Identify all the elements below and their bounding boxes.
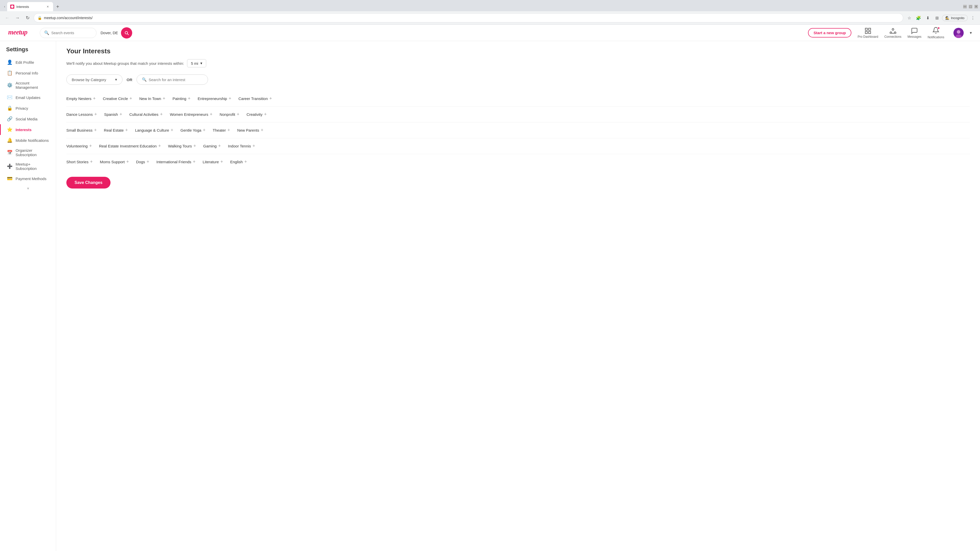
sidebar-item-mobile-notifications[interactable]: 🔔 Mobile Notifications — [0, 135, 56, 146]
messages-nav[interactable]: Messages — [907, 27, 921, 38]
new-tab-button[interactable]: + — [54, 3, 61, 10]
interest-tag-indoor-tennis[interactable]: Indoor Tennis + — [228, 141, 255, 151]
svg-text:meetup: meetup — [8, 28, 27, 36]
save-changes-button[interactable]: Save Changes — [66, 177, 110, 189]
back-button[interactable]: ← — [3, 14, 11, 22]
interest-tag-theater[interactable]: Theater + — [213, 125, 230, 135]
notify-section: We'll notify you about Meetup groups tha… — [66, 59, 970, 67]
add-interest-icon: + — [126, 159, 129, 165]
interest-tag-cultural-activities[interactable]: Cultural Activities + — [129, 110, 163, 119]
user-avatar[interactable] — [953, 28, 964, 38]
address-bar[interactable]: 🔒 — [34, 13, 903, 22]
sidebar-item-email-updates[interactable]: ✉️ Email Updates — [0, 92, 56, 103]
sidebar-item-label: Payment Methods — [16, 176, 46, 181]
sidebar-item-social-media[interactable]: 🔗 Social Media — [0, 114, 56, 124]
interest-tag-nonprofit[interactable]: Nonprofit + — [220, 110, 239, 119]
active-tab[interactable]: Interests × — [7, 2, 53, 11]
header-search-bar[interactable]: 🔍 — [40, 28, 97, 38]
interest-label: Moms Support — [100, 160, 125, 164]
interest-label: Walking Tours — [168, 144, 192, 148]
interest-tag-dance-lessons[interactable]: Dance Lessons + — [66, 110, 97, 119]
interest-label: New Parents — [237, 128, 259, 132]
notifications-nav[interactable]: Notifications — [928, 27, 944, 39]
search-interest-bar[interactable]: 🔍 — [137, 75, 208, 85]
sidebar-scroll-down[interactable]: ▾ — [0, 184, 56, 193]
interest-label: Indoor Tennis — [228, 144, 251, 148]
interest-tag-dogs[interactable]: Dogs + — [136, 157, 149, 167]
add-interest-icon: + — [93, 96, 96, 101]
svg-rect-2 — [865, 28, 867, 30]
interest-tag-gentle-yoga[interactable]: Gentle Yoga + — [180, 125, 205, 135]
sidebar-item-payment-methods[interactable]: 💳 Payment Methods — [0, 173, 56, 184]
email-updates-icon: ✉️ — [7, 95, 13, 100]
profile-button[interactable]: ⊞ — [933, 14, 941, 22]
sidebar-item-organizer-subscription[interactable]: 📅 Organizer Subscription — [0, 146, 56, 159]
tab-close-button[interactable]: × — [45, 4, 50, 9]
interest-tag-volunteering[interactable]: Volunteering + — [66, 141, 92, 151]
sidebar-item-interests[interactable]: ⭐ Interests — [0, 124, 56, 135]
sidebar-item-label: Personal Info — [16, 71, 38, 75]
sidebar-item-edit-profile[interactable]: 👤 Edit Profile — [0, 57, 56, 68]
avatar-chevron[interactable]: ▾ — [970, 30, 972, 35]
meetup-logo[interactable]: meetup — [8, 27, 34, 38]
sidebar-item-privacy[interactable]: 🔒 Privacy — [0, 103, 56, 114]
interest-tag-career-transition[interactable]: Career Transition + — [239, 94, 272, 103]
interest-tag-international-friends[interactable]: International Friends + — [156, 157, 196, 167]
interest-tag-creativity[interactable]: Creativity + — [247, 110, 267, 119]
interest-tag-moms-support[interactable]: Moms Support + — [100, 157, 129, 167]
search-interest-input[interactable] — [149, 78, 197, 82]
interest-label: Language & Culture — [135, 128, 169, 132]
interest-tag-new-in-town[interactable]: New In Town + — [139, 94, 165, 103]
forward-button[interactable]: → — [13, 14, 21, 22]
interest-label: Career Transition — [239, 97, 268, 101]
interest-tag-short-stories[interactable]: Short Stories + — [66, 157, 93, 167]
menu-button[interactable]: ⋮ — [969, 14, 977, 22]
interest-label: Short Stories — [66, 160, 89, 164]
interest-tag-women-entrepreneurs[interactable]: Women Entrepreneurs + — [170, 110, 212, 119]
interest-tag-walking-tours[interactable]: Walking Tours + — [168, 141, 196, 151]
interest-tag-painting[interactable]: Painting + — [172, 94, 191, 103]
interest-tag-literature[interactable]: Literature + — [203, 157, 223, 167]
bookmark-button[interactable]: ☆ — [905, 14, 913, 22]
svg-point-0 — [11, 5, 14, 8]
minimize-button[interactable]: ─ — [963, 5, 967, 8]
interest-tag-real-estate-investment[interactable]: Real Estate Investment Education + — [99, 141, 161, 151]
connections-nav[interactable]: Connections — [884, 27, 901, 38]
search-input[interactable] — [51, 31, 92, 35]
pro-dashboard-icon — [864, 27, 872, 35]
extensions-button[interactable]: 🧩 — [915, 14, 923, 22]
interest-tag-small-business[interactable]: Small Business + — [66, 125, 97, 135]
interest-tag-new-parents[interactable]: New Parents + — [237, 125, 263, 135]
sidebar-item-meetup-plus[interactable]: ➕ Meetup+ Subscription — [0, 159, 56, 173]
pro-dashboard-nav[interactable]: Pro Dashboard — [858, 27, 878, 38]
tab-scroll-left[interactable]: ‹ — [2, 3, 7, 10]
distance-dropdown[interactable]: 5 mi ▾ — [187, 59, 206, 67]
refresh-button[interactable]: ↻ — [24, 14, 32, 22]
maximize-button[interactable]: □ — [969, 5, 972, 8]
search-submit-button[interactable] — [121, 27, 132, 38]
close-button[interactable]: × — [974, 5, 978, 8]
sidebar-item-account-management[interactable]: ⚙️ Account Management — [0, 78, 56, 92]
browse-category-dropdown[interactable]: Browse by Category ▾ — [66, 75, 123, 85]
avatar-image — [953, 28, 964, 38]
incognito-button[interactable]: 🕵️ Incognito — [942, 15, 968, 21]
download-button[interactable]: ⬇ — [924, 14, 932, 22]
interest-tag-language-culture[interactable]: Language & Culture + — [135, 125, 173, 135]
interest-tag-real-estate[interactable]: Real Estate + — [104, 125, 128, 135]
interest-tag-empty-nesters[interactable]: Empty Nesters + — [66, 94, 96, 103]
interest-tag-spanish[interactable]: Spanish + — [104, 110, 122, 119]
sidebar-item-personal-info[interactable]: 📋 Personal Info — [0, 68, 56, 78]
distance-value: 5 mi — [191, 61, 198, 65]
interest-tag-english[interactable]: English + — [230, 157, 247, 167]
sidebar-item-label: Email Updates — [16, 95, 41, 100]
interest-tag-gaming[interactable]: Gaming + — [203, 141, 221, 151]
add-interest-icon: + — [171, 127, 173, 133]
sidebar-item-label: Account Management — [16, 81, 50, 89]
mobile-notifications-icon: 🔔 — [7, 138, 13, 143]
interest-label: Women Entrepreneurs — [170, 112, 208, 117]
interest-tag-entrepreneurship[interactable]: Entrepreneurship + — [198, 94, 231, 103]
interest-tag-creative-circle[interactable]: Creative Circle + — [103, 94, 132, 103]
address-input[interactable] — [44, 16, 899, 20]
location-display: Dover, DE — [100, 30, 118, 35]
start-group-button[interactable]: Start a new group — [808, 28, 852, 38]
